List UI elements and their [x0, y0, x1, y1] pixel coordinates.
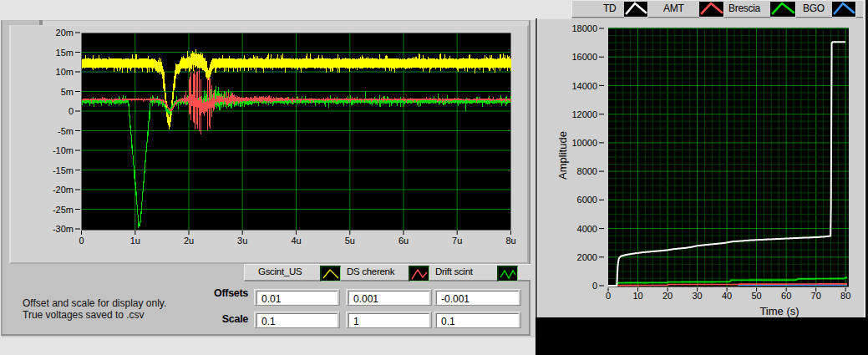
svg-text:14000: 14000: [571, 81, 597, 91]
svg-text:6000: 6000: [577, 195, 597, 205]
svg-text:0: 0: [606, 291, 611, 301]
svg-text:0: 0: [592, 281, 597, 291]
svg-text:10: 10: [632, 291, 642, 301]
svg-text:80: 80: [840, 291, 850, 301]
svg-text:70: 70: [811, 291, 821, 301]
svg-text:4000: 4000: [577, 224, 597, 234]
svg-text:30: 30: [692, 291, 702, 301]
svg-text:8000: 8000: [577, 166, 597, 176]
svg-text:16000: 16000: [571, 52, 597, 62]
svg-text:18000: 18000: [571, 23, 597, 33]
svg-text:2000: 2000: [577, 252, 597, 262]
svg-text:Amplitude: Amplitude: [556, 131, 569, 180]
svg-text:60: 60: [781, 291, 791, 301]
svg-text:10000: 10000: [571, 138, 597, 148]
svg-text:Time (s): Time (s): [759, 305, 799, 317]
svg-text:12000: 12000: [571, 109, 597, 119]
svg-text:50: 50: [751, 291, 761, 301]
svg-text:40: 40: [722, 291, 732, 301]
svg-text:20: 20: [662, 291, 673, 301]
